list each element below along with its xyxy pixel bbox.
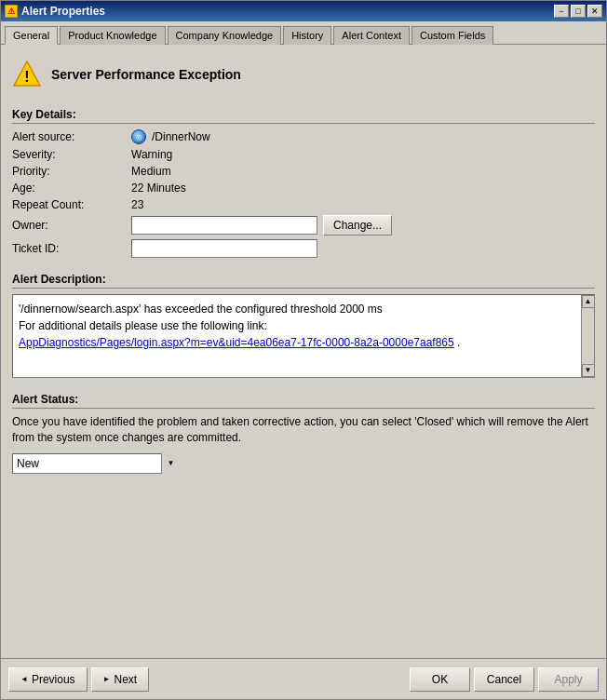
key-details-grid: Alert source: ◎ /DinnerNow Severity: War… bbox=[12, 129, 595, 258]
description-box: '/dinnernow/search.aspx' has exceeded th… bbox=[12, 294, 595, 378]
alert-window-icon: ⚠ bbox=[5, 5, 18, 18]
tabs-container: General Product Knowledge Company Knowle… bbox=[1, 21, 606, 45]
key-details-section: Key Details: Alert source: ◎ /DinnerNow … bbox=[8, 104, 599, 262]
ticket-id-input[interactable] bbox=[131, 239, 317, 258]
next-arrow-icon: ► bbox=[103, 675, 111, 683]
alert-status-heading: Alert Status: bbox=[12, 393, 595, 409]
owner-input[interactable] bbox=[131, 216, 317, 235]
repeat-count-value: 23 bbox=[131, 198, 595, 211]
next-button[interactable]: ► Next bbox=[91, 667, 150, 692]
tab-history[interactable]: History bbox=[283, 26, 331, 45]
previous-button[interactable]: ◄ Previous bbox=[8, 667, 88, 692]
title-bar-controls: − □ ✕ bbox=[554, 5, 602, 18]
close-button[interactable]: ✕ bbox=[587, 5, 602, 18]
apply-button[interactable]: Apply bbox=[538, 667, 599, 692]
alert-header: ! Server Performance Exception bbox=[8, 52, 599, 97]
description-scrollbar: ▲ ▼ bbox=[581, 295, 594, 377]
title-bar: ⚠ Alert Properties − □ ✕ bbox=[1, 1, 606, 21]
bottom-bar: ◄ Previous ► Next OK Cancel Apply bbox=[1, 658, 606, 699]
tab-alert-context[interactable]: Alert Context bbox=[333, 26, 410, 45]
alert-source-row: ◎ /DinnerNow bbox=[131, 129, 595, 144]
description-line2: For additional details please use the fo… bbox=[19, 317, 575, 334]
owner-label: Owner: bbox=[12, 219, 124, 232]
minimize-button[interactable]: − bbox=[554, 5, 569, 18]
description-link[interactable]: AppDiagnostics/Pages/login.aspx?m=ev&uid… bbox=[19, 336, 454, 349]
status-description-text: Once you have identified the problem and… bbox=[12, 414, 595, 446]
description-section: Alert Description: '/dinnernow/search.as… bbox=[8, 269, 599, 382]
source-icon: ◎ bbox=[131, 129, 146, 144]
repeat-count-label: Repeat Count: bbox=[12, 198, 124, 211]
tab-company-knowledge[interactable]: Company Knowledge bbox=[168, 26, 282, 45]
title-bar-text: ⚠ Alert Properties bbox=[5, 5, 105, 18]
next-label: Next bbox=[115, 673, 138, 686]
source-value: /DinnerNow bbox=[152, 130, 210, 143]
warning-icon: ! bbox=[12, 60, 42, 89]
content-area: ! Server Performance Exception Key Detai… bbox=[1, 45, 606, 658]
alert-description-heading: Alert Description: bbox=[12, 273, 595, 289]
scroll-up-arrow[interactable]: ▲ bbox=[582, 295, 595, 308]
ticket-id-label: Ticket ID: bbox=[12, 242, 124, 255]
status-section: Alert Status: Once you have identified t… bbox=[8, 389, 599, 478]
source-label: Alert source: bbox=[12, 130, 124, 143]
window-title: Alert Properties bbox=[21, 5, 105, 18]
tab-general[interactable]: General bbox=[5, 26, 58, 45]
severity-value: Warning bbox=[131, 148, 595, 161]
priority-label: Priority: bbox=[12, 165, 124, 178]
status-select-wrapper: New Acknowledged Closed ▼ bbox=[12, 453, 180, 474]
priority-value: Medium bbox=[131, 165, 595, 178]
age-label: Age: bbox=[12, 182, 124, 195]
svg-text:!: ! bbox=[24, 69, 29, 85]
tab-custom-fields[interactable]: Custom Fields bbox=[411, 26, 493, 45]
owner-row: Change... bbox=[131, 215, 595, 236]
previous-arrow-icon: ◄ bbox=[20, 675, 28, 683]
alert-title: Server Performance Exception bbox=[51, 67, 241, 82]
key-details-heading: Key Details: bbox=[12, 108, 595, 124]
maximize-button[interactable]: □ bbox=[571, 5, 586, 18]
tab-product-knowledge[interactable]: Product Knowledge bbox=[60, 26, 165, 45]
description-link-period: . bbox=[457, 336, 460, 349]
description-content: '/dinnernow/search.aspx' has exceeded th… bbox=[19, 301, 588, 351]
severity-label: Severity: bbox=[12, 148, 124, 161]
previous-label: Previous bbox=[32, 673, 75, 686]
status-dropdown-row: New Acknowledged Closed ▼ bbox=[12, 453, 595, 474]
age-value: 22 Minutes bbox=[131, 182, 595, 195]
description-line1: '/dinnernow/search.aspx' has exceeded th… bbox=[19, 301, 575, 317]
alert-properties-window: ⚠ Alert Properties − □ ✕ General Product… bbox=[0, 0, 607, 700]
scroll-down-arrow[interactable]: ▼ bbox=[582, 364, 595, 377]
ok-button[interactable]: OK bbox=[410, 667, 470, 692]
cancel-button[interactable]: Cancel bbox=[474, 667, 534, 692]
status-select[interactable]: New Acknowledged Closed bbox=[12, 453, 180, 474]
change-button[interactable]: Change... bbox=[323, 215, 392, 236]
